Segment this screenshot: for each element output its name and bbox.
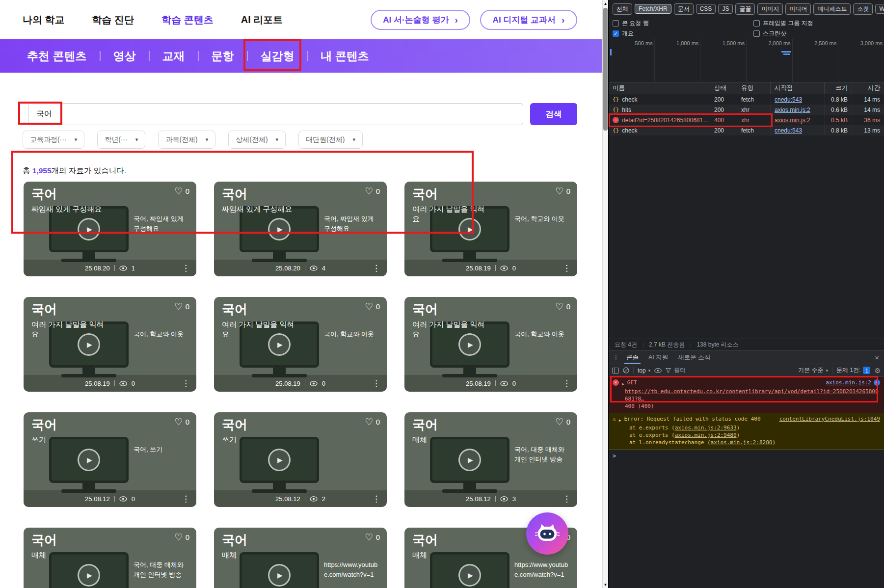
scrollbar-thumb[interactable] bbox=[603, 8, 608, 131]
filter-dropdown[interactable]: 대단원(전체) ▾ bbox=[298, 131, 363, 149]
console-prompt[interactable]: > bbox=[609, 450, 884, 462]
initiator-link[interactable]: axios.min.js:2 bbox=[775, 107, 810, 113]
kebab-menu-icon[interactable]: ⋮ bbox=[372, 494, 380, 504]
clear-console-icon[interactable] bbox=[623, 367, 629, 374]
initiator-link[interactable]: cnedu:543 bbox=[775, 96, 802, 103]
scroll-down-arrow[interactable]: ▼ bbox=[603, 581, 608, 588]
nav-item-my-school[interactable]: 나의 학교 bbox=[23, 13, 65, 27]
like-button[interactable]: ♡ 0 bbox=[365, 302, 380, 311]
column-header-initiator[interactable]: 시작점 bbox=[771, 82, 825, 94]
network-request-row[interactable]: {}hits 200 xhr axios.min.js:2 0.6 kB 14 … bbox=[609, 105, 884, 115]
play-button[interactable]: ▶ bbox=[78, 564, 100, 587]
error-url-link[interactable]: https://tb-edu.ontactedu.co.kr/contentli… bbox=[625, 388, 880, 402]
kebab-menu-icon[interactable]: ⋮ bbox=[182, 378, 190, 389]
play-button[interactable]: ▶ bbox=[268, 564, 291, 587]
expand-triangle-icon[interactable]: ▶ bbox=[619, 417, 621, 424]
ai-digital-textbook-button[interactable]: AI 디지털 교과서 › bbox=[480, 10, 577, 30]
content-type-tab[interactable]: 실감형 bbox=[247, 49, 307, 64]
like-button[interactable]: ♡ 0 bbox=[365, 187, 380, 196]
play-button[interactable]: ▶ bbox=[78, 449, 100, 471]
kebab-menu-icon[interactable]: ⋮ bbox=[372, 378, 380, 389]
kebab-menu-icon[interactable]: ⋮ bbox=[372, 263, 380, 273]
source-link[interactable]: contentLibraryCneduList.js:1049 bbox=[779, 415, 880, 423]
network-overview-timeline[interactable]: 500 ms 1,000 ms 1,500 ms 2,000 ms 2,500 … bbox=[609, 39, 884, 82]
search-input[interactable] bbox=[28, 103, 523, 125]
play-button[interactable]: ▶ bbox=[458, 449, 481, 471]
network-filter-chip[interactable]: 소켓 bbox=[853, 3, 873, 15]
ai-essay-eval-button[interactable]: AI 서·논술형 평가 › bbox=[371, 10, 470, 30]
kebab-menu-icon[interactable]: ⋮ bbox=[182, 494, 190, 504]
network-filter-chip[interactable]: 문서 bbox=[674, 3, 694, 15]
network-filter-chip[interactable]: 매니페스트 bbox=[813, 3, 851, 15]
large-rows-checkbox[interactable]: 큰 요청 행 bbox=[613, 19, 649, 27]
content-card[interactable]: 국어 ♡ 0 쓰기 ▶ bbox=[214, 412, 387, 507]
console-filter-input[interactable]: 필터 bbox=[666, 366, 686, 374]
group-by-frame-checkbox[interactable]: 프레임별 그룹 지정 bbox=[753, 19, 813, 27]
like-button[interactable]: ♡ 0 bbox=[365, 417, 380, 427]
like-button[interactable]: ♡ 0 bbox=[556, 417, 570, 427]
network-filter-chip[interactable]: 미디어 bbox=[785, 3, 811, 15]
content-card[interactable]: 국어 ♡ 0 여러 가지 낱말을 익혀요 ▶ bbox=[404, 182, 577, 276]
chatbot-button[interactable] bbox=[526, 512, 568, 555]
content-type-tab[interactable]: 추천 콘텐츠 bbox=[27, 49, 100, 64]
expand-triangle-icon[interactable]: ▶ bbox=[622, 380, 624, 388]
content-card[interactable]: 국어 ♡ 0 여러 가지 낱말을 익혀요 ▶ bbox=[24, 297, 196, 392]
content-type-tab[interactable]: 영상 bbox=[100, 49, 149, 64]
nav-item-ai-report[interactable]: AI 리포트 bbox=[241, 13, 283, 27]
console-settings-gear-icon[interactable]: ⚙ bbox=[874, 367, 881, 374]
column-header-name[interactable]: 이름 bbox=[609, 82, 710, 94]
content-type-tab[interactable]: 교재 bbox=[149, 49, 198, 64]
console-sidebar-icon[interactable] bbox=[612, 368, 619, 374]
stack-source-link[interactable]: axios.min.js:2:9633 bbox=[675, 425, 737, 431]
kebab-menu-icon[interactable]: ⋮ bbox=[563, 263, 571, 273]
column-header-type[interactable]: 유형 bbox=[737, 82, 771, 94]
scroll-up-arrow[interactable]: ▲ bbox=[603, 0, 608, 7]
network-filter-chip[interactable]: 전체 bbox=[613, 3, 632, 15]
network-filter-chip[interactable]: Wasm bbox=[875, 4, 884, 14]
ai-assist-icon[interactable]: ∗ bbox=[874, 379, 880, 386]
source-link[interactable]: axios.min.js:2 bbox=[826, 379, 871, 386]
filter-dropdown[interactable]: 상세(전체) ▾ bbox=[228, 131, 286, 149]
content-card[interactable]: 국어 ♡ 0 여러 가지 낱말을 익혀요 ▶ bbox=[214, 297, 387, 392]
column-header-time[interactable]: 시간 bbox=[852, 82, 884, 94]
log-level-selector[interactable]: 기본 수준 ▾ bbox=[798, 366, 828, 374]
kebab-menu-icon[interactable]: ⋮ bbox=[563, 494, 571, 504]
console-tab[interactable]: 새로운 소식 bbox=[673, 351, 715, 364]
more-tools-icon[interactable]: ⋮ bbox=[612, 353, 620, 361]
console-tab[interactable]: 콘솔 bbox=[621, 351, 643, 364]
column-header-size[interactable]: 크기 bbox=[825, 82, 852, 94]
initiator-link[interactable]: axios.min.js:2 bbox=[775, 117, 810, 124]
content-card[interactable]: 국어 ♡ 0 매체 ▶ 국어 bbox=[24, 528, 196, 588]
filter-dropdown[interactable]: 과목(전체) ▾ bbox=[158, 131, 215, 149]
content-card[interactable]: 국어 ♡ 0 매체 ▶ ht bbox=[214, 528, 387, 588]
network-request-row[interactable]: {}check 200 fetch cnedu:543 0.8 kB 13 ms bbox=[609, 125, 884, 135]
screenshots-checkbox[interactable]: 스크린샷 bbox=[753, 29, 786, 38]
content-type-tab[interactable]: 내 콘텐츠 bbox=[307, 49, 382, 64]
play-button[interactable]: ▶ bbox=[268, 218, 291, 241]
content-card[interactable]: 국어 ♡ 0 쓰기 ▶ 국어 bbox=[24, 412, 196, 507]
column-header-status[interactable]: 상태 bbox=[710, 82, 737, 94]
filter-dropdown[interactable]: 학년(··· ▾ bbox=[97, 131, 145, 149]
content-type-tab[interactable]: 문항 bbox=[198, 49, 247, 64]
close-drawer-icon[interactable]: × bbox=[873, 353, 881, 362]
content-card[interactable]: 국어 ♡ 0 짜임새 있게 구성해요 ▶ bbox=[214, 182, 387, 276]
network-request-row-failed[interactable]: ×detail?id=25082014265800681… 400 xhr ax… bbox=[609, 115, 884, 125]
network-filter-chip[interactable]: JS bbox=[718, 4, 733, 14]
play-button[interactable]: ▶ bbox=[458, 564, 481, 587]
network-request-row[interactable]: {}check 200 fetch cnedu:543 0.8 kB 14 ms bbox=[609, 94, 884, 105]
network-filter-chip[interactable]: 이미지 bbox=[757, 3, 783, 15]
like-button[interactable]: ♡ 0 bbox=[556, 187, 570, 196]
kebab-menu-icon[interactable]: ⋮ bbox=[182, 263, 190, 273]
nav-item-learning-content[interactable]: 학습 콘텐츠 bbox=[161, 13, 214, 27]
network-filter-chip[interactable]: 글꼴 bbox=[735, 3, 755, 15]
content-card[interactable]: 국어 ♡ 0 짜임새 있게 구성해요 ▶ bbox=[24, 182, 196, 276]
issues-counter[interactable]: 문제 1건: 1 bbox=[836, 366, 870, 374]
like-button[interactable]: ♡ 0 bbox=[175, 302, 189, 311]
context-selector[interactable]: top ▾ bbox=[638, 367, 650, 374]
kebab-menu-icon[interactable]: ⋮ bbox=[563, 378, 571, 389]
like-button[interactable]: ♡ 0 bbox=[175, 417, 189, 427]
network-filter-chip[interactable]: Fetch/XHR bbox=[635, 4, 671, 14]
filter-dropdown[interactable]: 교육과정(··· ▾ bbox=[23, 131, 84, 149]
stack-source-link[interactable]: axios.min.js:2:8280 bbox=[711, 439, 773, 446]
content-card[interactable]: 국어 ♡ 0 매체 ▶ 국어 bbox=[404, 412, 577, 507]
